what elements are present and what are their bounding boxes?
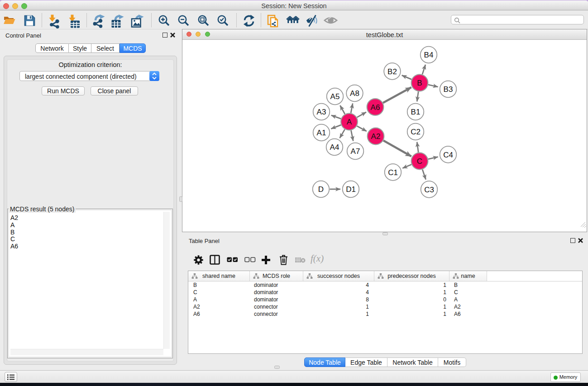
svg-text:A8: A8 <box>350 89 359 98</box>
svg-text:B4: B4 <box>424 51 434 59</box>
svg-text:B2: B2 <box>387 67 397 76</box>
svg-text:A: A <box>347 118 352 126</box>
svg-text:C1: C1 <box>388 168 398 177</box>
svg-text:A7: A7 <box>351 147 360 156</box>
svg-text:B3: B3 <box>444 85 453 94</box>
svg-text:A3: A3 <box>317 108 326 116</box>
svg-text:C3: C3 <box>424 186 434 194</box>
svg-text:D: D <box>318 185 324 194</box>
svg-text:A1: A1 <box>317 129 326 137</box>
svg-text:D1: D1 <box>346 185 356 194</box>
svg-text:C2: C2 <box>411 128 421 136</box>
svg-text:A6: A6 <box>371 103 380 112</box>
svg-text:B1: B1 <box>411 108 421 116</box>
svg-text:A2: A2 <box>371 132 381 141</box>
svg-text:B: B <box>417 79 422 87</box>
svg-text:A4: A4 <box>330 143 339 152</box>
svg-text:A5: A5 <box>330 92 340 101</box>
svg-text:C: C <box>417 157 422 166</box>
svg-text:C4: C4 <box>443 151 453 159</box>
